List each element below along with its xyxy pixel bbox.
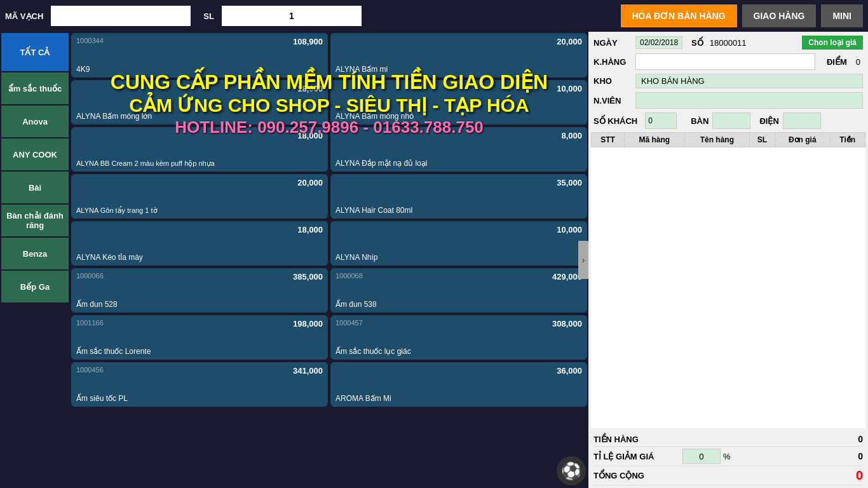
col-sl: SL [750, 133, 775, 147]
col-tien: Tiền [830, 133, 865, 147]
so-value: 18000011 [710, 38, 747, 48]
order-table-area: STT Mã hàng Tên hàng SL Đơn giá Tiền [591, 132, 865, 428]
sidebar-item-bepga[interactable]: Bếp Ga [1, 271, 69, 302]
sidebar-item-benza[interactable]: Benza [1, 238, 69, 269]
col-stt: STT [592, 133, 625, 147]
sl-input[interactable] [222, 6, 362, 26]
col-tenhang: Tên hàng [684, 133, 749, 147]
nvien-input[interactable] [635, 92, 863, 109]
giaohang-button[interactable]: GIAO HÀNG [742, 4, 817, 27]
product-area: CUNG CẤP PHẦN MỀM TÍNH TIỀN GIAO DIỆN CẢ… [70, 32, 588, 488]
product-card[interactable]: 8,000 ALYNA Đắp mặt nạ đủ loại [330, 127, 587, 172]
product-card[interactable]: 1000344 108,900 4K9 [71, 33, 328, 78]
product-card[interactable]: 1000456 341,000 Ấm siêu tốc PL [71, 362, 328, 407]
dien-label: ĐIỆN [759, 116, 778, 126]
product-grid: 1000344 108,900 4K9 20,000 ALYNA Bấm mi … [71, 33, 587, 407]
sokhach-input[interactable] [645, 112, 677, 129]
product-card[interactable]: 10,000 ALYNA Bấm móng nhỏ [330, 80, 587, 125]
product-card[interactable]: 1000457 308,000 Ấm sắc thuốc lục giác [330, 315, 587, 360]
ngay-label: NGÀY [593, 38, 632, 48]
mini-button[interactable]: MINI [821, 4, 863, 27]
ngay-value: 02/02/2018 [635, 36, 682, 49]
product-card[interactable]: 18,000 ALYNA BB Cream 2 màu kèm puff hộp… [71, 127, 328, 172]
product-card[interactable]: 1000066 385,000 Ấm đun 528 [71, 268, 328, 313]
so-label: SỐ [691, 38, 703, 48]
mavach-label: MÃ VẠCH [5, 11, 43, 21]
tienhang-value: 0 [837, 434, 863, 444]
col-dongia: Đơn giá [775, 133, 830, 147]
khang-label: K.HÀNG [593, 57, 632, 67]
tongcong-value: 0 [837, 468, 863, 483]
top-bar: MÃ VẠCH SL HÓA ĐƠN BÁN HÀNG GIAO HÀNG MI… [0, 0, 868, 32]
chonloaig-button[interactable]: Chon loại giá [802, 36, 863, 50]
tongcong-row: TỔNG CỘNG 0 [593, 466, 863, 485]
sidebar-item-tatca[interactable]: TẤT CẢ [1, 33, 69, 71]
kho-value: KHO BÁN HÀNG [635, 74, 863, 88]
sidebar-item-amsacthuoc[interactable]: ẩm sắc thuốc [1, 72, 69, 104]
ban-label: BÀN [691, 116, 709, 126]
sidebar: TẤT CẢ ẩm sắc thuốc Anova ANY COOK Bài B… [0, 32, 70, 488]
order-table: STT Mã hàng Tên hàng SL Đơn giá Tiền [591, 132, 865, 147]
tilgiam-input[interactable] [682, 449, 721, 464]
diem-label: ĐIỂM [827, 57, 847, 67]
ban-input[interactable] [712, 112, 750, 129]
col-mahang: Mã hàng [625, 133, 685, 147]
sidebar-item-anycook[interactable]: ANY COOK [1, 139, 69, 170]
tilgiam-label: TỈ LỆ GIẢM GIÁ [593, 452, 682, 461]
mavach-input[interactable] [51, 6, 191, 26]
totals-area: TIỀN HÀNG 0 TỈ LỆ GIẢM GIÁ % 0 TỔNG CỘNG… [588, 430, 868, 488]
product-card[interactable]: 10,000 ALYNA Nhíp [330, 221, 587, 266]
product-card[interactable]: 20,000 ALYNA Gôn tẩy trang 1 tờ [71, 174, 328, 219]
product-card[interactable]: 1000068 429,000 Ấm đun 538 [330, 268, 587, 313]
product-card[interactable]: 1001166 198,000 Ấm sắc thuốc Lorente [71, 315, 328, 360]
tongcong-label: TỔNG CỘNG [593, 471, 682, 480]
kho-label: KHO [593, 76, 632, 86]
right-panel: NGÀY 02/02/2018 SỐ 18000011 Chon loại gi… [588, 32, 868, 488]
tilgiam-row: TỈ LỆ GIẢM GIÁ % 0 [593, 447, 863, 466]
diem-value: 0 [856, 57, 860, 67]
main-area: TẤT CẢ ẩm sắc thuốc Anova ANY COOK Bài B… [0, 32, 868, 488]
product-card[interactable]: 18,000 ALYNA Bấm móng lớn [71, 80, 328, 125]
sl-label: SL [203, 11, 214, 21]
scroll-right-arrow[interactable]: › [578, 241, 588, 279]
sidebar-item-anova[interactable]: Anova [1, 105, 69, 137]
tienhang-label: TIỀN HÀNG [593, 435, 682, 444]
product-card[interactable]: 18,000 ALYNA Kéo tỉa mày [71, 221, 328, 266]
tilgiam-right: 0 [837, 451, 863, 461]
sidebar-item-bai[interactable]: Bài [1, 172, 69, 203]
product-card[interactable]: 35,000 ALYNA Hair Coat 80ml [330, 174, 587, 219]
product-card[interactable]: 20,000 ALYNA Bấm mi [330, 33, 587, 78]
hoadon-button[interactable]: HÓA ĐƠN BÁN HÀNG [621, 4, 737, 27]
khang-input[interactable] [635, 53, 815, 70]
dien-input[interactable] [783, 112, 821, 129]
pct-label: % [723, 452, 731, 461]
tienhang-row: TIỀN HÀNG 0 [593, 432, 863, 447]
product-card[interactable]: 36,000 AROMA Bấm Mi [330, 362, 587, 407]
sidebar-item-banchai[interactable]: Bàn chải đánh răng [1, 205, 69, 236]
sokhach-label: SỐ KHÁCH [593, 116, 637, 126]
soccer-ball-icon[interactable]: ⚽ [557, 456, 586, 485]
nvien-label: N.VIÊN [593, 96, 632, 105]
